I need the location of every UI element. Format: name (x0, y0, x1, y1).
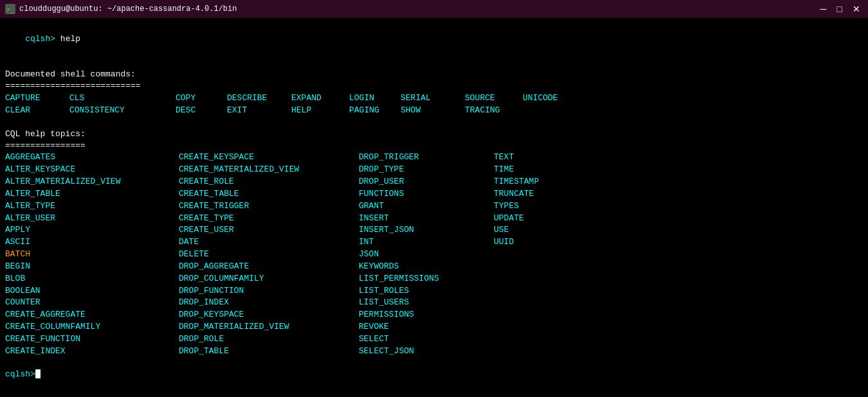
t-create-index: CREATE_INDEX (5, 346, 179, 358)
t-keywords: KEYWORDS (359, 261, 494, 273)
terminal-body: cqlsh> help Documented shell commands: =… (0, 18, 868, 383)
terminal-icon: >_ (5, 4, 15, 14)
topic-row-16: CREATE_FUNCTION DROP_ROLE SELECT (5, 333, 863, 346)
maximize-button[interactable]: □ (835, 4, 845, 13)
t-empty-6 (494, 309, 622, 321)
t-empty-2 (494, 261, 622, 273)
t-uuid: UUID (494, 236, 622, 249)
t-insert: INSERT (359, 213, 494, 225)
topic-row-14: CREATE_AGGREGATE DROP_KEYSPACE PERMISSIO… (5, 309, 863, 321)
t-alter-table: ALTER_TABLE (5, 188, 179, 200)
t-permissions: PERMISSIONS (359, 309, 494, 321)
cmd-copy: COPY (176, 92, 227, 105)
topic-row-4: ALTER_TABLE CREATE_TABLE FUNCTIONS TRUNC… (5, 188, 863, 200)
topic-row-8: ASCII DATE INT UUID (5, 236, 863, 249)
t-create-table: CREATE_TABLE (179, 188, 359, 200)
t-blob: BLOB (5, 273, 179, 285)
minimize-button[interactable]: ─ (818, 4, 829, 13)
topics-grid: AGGREGATES CREATE_KEYSPACE DROP_TRIGGER … (5, 152, 863, 357)
t-drop-type: DROP_TYPE (359, 164, 494, 176)
cql-header: CQL help topics: (5, 128, 863, 140)
t-json: JSON (359, 249, 494, 261)
t-alter-user: ALTER_USER (5, 213, 179, 225)
t-empty-8 (494, 333, 622, 346)
t-list-permissions: LIST_PERMISSIONS (359, 273, 494, 285)
cmd-desc: DESC (176, 104, 227, 117)
topic-row-15: CREATE_COLUMNFAMILY DROP_MATERIALIZED_VI… (5, 321, 863, 333)
t-int: INT (359, 236, 494, 249)
t-empty-5 (494, 297, 622, 309)
t-drop-mat-view: DROP_MATERIALIZED_VIEW (179, 321, 359, 333)
cmd-unicode: UNICODE (523, 92, 587, 105)
t-drop-table: DROP_TABLE (179, 346, 359, 358)
cmd-consistency: CONSISTENCY (69, 104, 176, 117)
svg-text:>_: >_ (6, 6, 15, 13)
prompt-1: cqlsh> (25, 34, 60, 44)
t-text: TEXT (494, 152, 622, 164)
t-drop-role: DROP_ROLE (179, 333, 359, 346)
t-delete: DELETE (179, 249, 359, 261)
cmd-cls: CLS (69, 92, 176, 105)
t-functions: FUNCTIONS (359, 188, 494, 200)
topic-row-17: CREATE_INDEX DROP_TABLE SELECT_JSON (5, 346, 863, 358)
cmd-login: LOGIN (349, 92, 401, 105)
t-date: DATE (179, 236, 359, 249)
t-alter-keyspace: ALTER_KEYSPACE (5, 164, 179, 176)
topic-row-11: BLOB DROP_COLUMNFAMILY LIST_PERMISSIONS (5, 273, 863, 285)
divider-1: =========================== (5, 80, 863, 92)
command-line: cqlsh> help (5, 22, 863, 57)
cmd-help: HELP (291, 104, 349, 117)
t-create-columnfamily: CREATE_COLUMNFAMILY (5, 321, 179, 333)
t-drop-user: DROP_USER (359, 176, 494, 188)
topic-row-9: BATCH DELETE JSON (5, 249, 863, 261)
t-create-keyspace: CREATE_KEYSPACE (179, 152, 359, 164)
t-empty-1 (494, 249, 622, 261)
cursor (35, 369, 41, 378)
topic-row-12: BOOLEAN DROP_FUNCTION LIST_ROLES (5, 285, 863, 297)
t-ascii: ASCII (5, 236, 179, 249)
t-select: SELECT (359, 333, 494, 346)
t-insert-json: INSERT_JSON (359, 224, 494, 236)
divider-2: ================ (5, 140, 863, 152)
t-create-mat-view: CREATE_MATERIALIZED_VIEW (179, 164, 359, 176)
t-list-roles: LIST_ROLES (359, 285, 494, 297)
topic-row-1: AGGREGATES CREATE_KEYSPACE DROP_TRIGGER … (5, 152, 863, 164)
t-create-user: CREATE_USER (179, 224, 359, 236)
t-empty-7 (494, 321, 622, 333)
t-aggregates: AGGREGATES (5, 152, 179, 164)
t-empty-3 (494, 273, 622, 285)
t-alter-type: ALTER_TYPE (5, 200, 179, 213)
t-types: TYPES (494, 200, 622, 213)
t-empty-9 (494, 346, 622, 358)
t-alter-mat-view: ALTER_MATERIALIZED_VIEW (5, 176, 179, 188)
t-batch: BATCH (5, 249, 179, 261)
t-drop-index: DROP_INDEX (179, 297, 359, 309)
t-drop-columnfamily: DROP_COLUMNFAMILY (179, 273, 359, 285)
topic-row-6: ALTER_USER CREATE_TYPE INSERT UPDATE (5, 213, 863, 225)
t-list-users: LIST_USERS (359, 297, 494, 309)
command-text: help (60, 34, 80, 44)
t-grant: GRANT (359, 200, 494, 213)
t-create-trigger: CREATE_TRIGGER (179, 200, 359, 213)
t-create-function: CREATE_FUNCTION (5, 333, 179, 346)
t-drop-aggregate: DROP_AGGREGATE (179, 261, 359, 273)
t-drop-trigger: DROP_TRIGGER (359, 152, 494, 164)
titlebar-title: cloudduggu@ubuntu: ~/apache-cassandra-4.… (19, 4, 237, 13)
titlebar-controls[interactable]: ─ □ ✕ (818, 4, 863, 13)
close-button[interactable]: ✕ (850, 4, 863, 13)
topic-row-5: ALTER_TYPE CREATE_TRIGGER GRANT TYPES (5, 200, 863, 213)
t-boolean: BOOLEAN (5, 285, 179, 297)
cmd-exit: EXIT (227, 104, 291, 117)
topic-row-3: ALTER_MATERIALIZED_VIEW CREATE_ROLE DROP… (5, 176, 863, 188)
cmd-source: SOURCE (465, 92, 523, 105)
t-use: USE (494, 224, 622, 236)
cmd-describe: DESCRIBE (227, 92, 291, 105)
cmd-expand: EXPAND (291, 92, 349, 105)
topic-row-10: BEGIN DROP_AGGREGATE KEYWORDS (5, 261, 863, 273)
cmd-paging: PAGING (349, 104, 401, 117)
titlebar: >_ cloudduggu@ubuntu: ~/apache-cassandra… (0, 0, 868, 18)
topic-row-13: COUNTER DROP_INDEX LIST_USERS (5, 297, 863, 309)
t-time: TIME (494, 164, 622, 176)
shell-commands-row-1: CAPTURE CLS COPY DESCRIBE EXPAND LOGIN S… (5, 92, 863, 105)
cmd-capture: CAPTURE (5, 92, 69, 105)
